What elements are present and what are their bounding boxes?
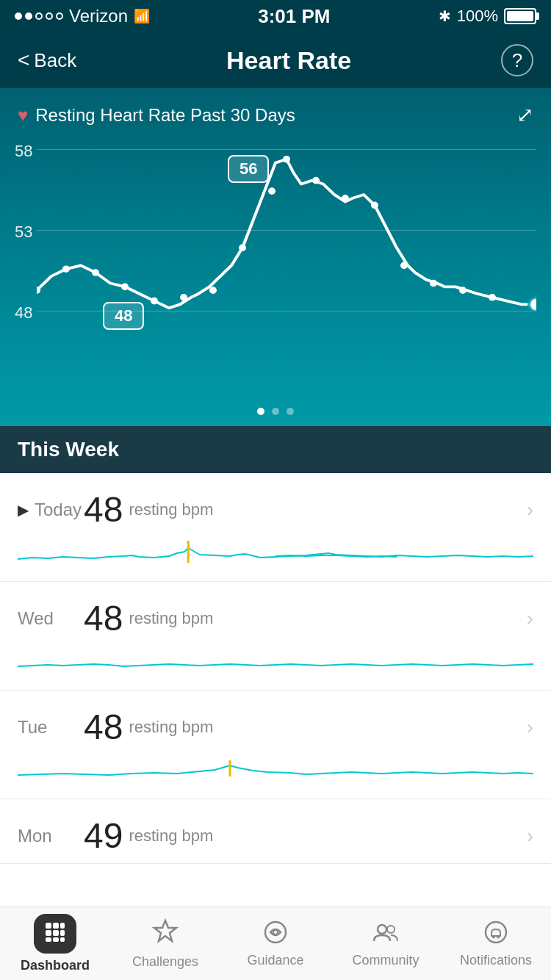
page-title: Heart Rate [226, 46, 351, 75]
nav-community[interactable]: Community [331, 912, 441, 976]
svg-rect-9 [53, 937, 59, 942]
back-label: Back [34, 49, 76, 72]
signal-dot-1 [15, 12, 22, 20]
signal-dot-4 [46, 12, 53, 20]
chart-dot [459, 287, 467, 294]
wed-label: Wed [18, 608, 84, 629]
today-day: Today [35, 500, 82, 520]
page-dot-3[interactable] [287, 408, 294, 415]
chart-title: Resting Heart Rate Past 30 Days [35, 105, 295, 126]
chart-header: ♥ Resting Heart Rate Past 30 Days ⤢ [0, 103, 551, 134]
wed-unit: resting bpm [129, 609, 213, 628]
svg-rect-4 [60, 923, 65, 929]
chart-tooltip-peak: 56 [228, 155, 269, 183]
main-content: This Week ▶ Today 48 resting bpm › Wed 4… [0, 426, 551, 937]
guidance-label: Guidance [247, 953, 303, 968]
guidance-icon [262, 919, 289, 948]
today-unit: resting bpm [129, 500, 213, 519]
chart-area: 58 53 48 [0, 134, 551, 399]
today-chevron-icon[interactable]: › [527, 498, 533, 522]
challenges-icon [152, 918, 179, 950]
heart-icon: ♥ [18, 105, 28, 126]
tue-mini-chart[interactable] [0, 754, 551, 799]
help-button[interactable]: ? [501, 44, 533, 76]
signal-dot-2 [25, 12, 32, 20]
carrier-label: Verizon [69, 6, 128, 26]
wed-chevron-icon[interactable]: › [527, 607, 533, 630]
battery-icon [504, 8, 536, 24]
nav-notifications[interactable]: Notifications [441, 912, 551, 976]
notifications-label: Notifications [460, 953, 532, 968]
help-icon: ? [512, 49, 522, 72]
svg-point-14 [378, 925, 386, 934]
page-header: < Back Heart Rate ? [0, 32, 551, 88]
chart-dot [239, 244, 246, 251]
svg-point-12 [265, 922, 286, 943]
chart-dot [268, 187, 276, 195]
dashboard-label: Dashboard [21, 958, 90, 973]
this-week-header: This Week [0, 426, 551, 473]
status-left: Verizon 📶 [15, 6, 150, 26]
chart-title-area: ♥ Resting Heart Rate Past 30 Days [18, 105, 295, 126]
tue-label: Tue [18, 717, 84, 738]
chart-dot-peak [283, 156, 290, 163]
svg-point-16 [486, 922, 506, 943]
back-button[interactable]: < Back [18, 48, 76, 72]
nav-guidance[interactable]: Guidance [220, 912, 331, 976]
tue-bpm: 48 [84, 707, 123, 747]
today-mini-chart[interactable] [0, 537, 551, 581]
nav-dashboard[interactable]: Dashboard [0, 907, 110, 980]
page-dots [0, 399, 551, 424]
page-dot-2[interactable] [272, 408, 279, 415]
y-label-58: 58 [15, 142, 32, 161]
today-item: ▶ Today 48 resting bpm › [0, 473, 551, 582]
play-icon: ▶ [18, 501, 29, 519]
mon-unit: resting bpm [129, 826, 213, 846]
mon-bpm: 49 [84, 815, 123, 856]
this-week-label: This Week [18, 438, 119, 461]
community-label: Community [352, 953, 419, 968]
wed-chart-svg [18, 646, 533, 682]
wed-mini-chart[interactable] [0, 646, 551, 690]
time-display: 3:01 PM [258, 5, 330, 28]
svg-point-15 [387, 926, 395, 933]
chart-dot [151, 298, 158, 305]
nav-challenges[interactable]: Challenges [110, 910, 220, 977]
today-bpm: 48 [84, 489, 123, 530]
tue-unit: resting bpm [129, 718, 213, 737]
chart-dot [121, 284, 129, 291]
svg-marker-11 [154, 920, 176, 941]
tue-chevron-icon[interactable]: › [527, 716, 533, 739]
mon-item: Mon 49 resting bpm › [0, 799, 551, 864]
notifications-icon [483, 919, 509, 948]
svg-rect-6 [53, 930, 59, 936]
chart-dot-current [529, 298, 536, 311]
dashboard-icon-bg [34, 914, 76, 954]
page-dot-1[interactable] [257, 408, 264, 415]
chart-dot [489, 294, 496, 301]
signal-dot-3 [35, 12, 43, 20]
svg-rect-8 [46, 937, 51, 942]
chart-dot [371, 202, 378, 209]
expand-icon[interactable]: ⤢ [516, 103, 533, 127]
tue-item: Tue 48 resting bpm › [0, 691, 551, 799]
y-label-53: 53 [15, 223, 32, 242]
mon-chevron-icon[interactable]: › [527, 824, 533, 848]
community-icon [372, 919, 399, 948]
status-right: ✱ 100% [439, 7, 536, 26]
battery-fill [507, 11, 533, 21]
chart-dot [180, 294, 187, 301]
chart-dot [209, 287, 217, 294]
chart-dot [430, 280, 437, 287]
today-label: ▶ Today [18, 500, 84, 520]
tooltip-peak-value: 56 [240, 159, 257, 178]
svg-rect-7 [60, 930, 65, 936]
svg-point-13 [273, 930, 278, 934]
today-header: ▶ Today 48 resting bpm › [0, 473, 551, 537]
challenges-label: Challenges [132, 954, 198, 970]
svg-rect-3 [53, 923, 59, 929]
svg-point-19 [492, 936, 495, 939]
today-chart-svg [18, 537, 533, 574]
y-label-48: 48 [15, 303, 32, 323]
chart-dot [92, 269, 99, 276]
